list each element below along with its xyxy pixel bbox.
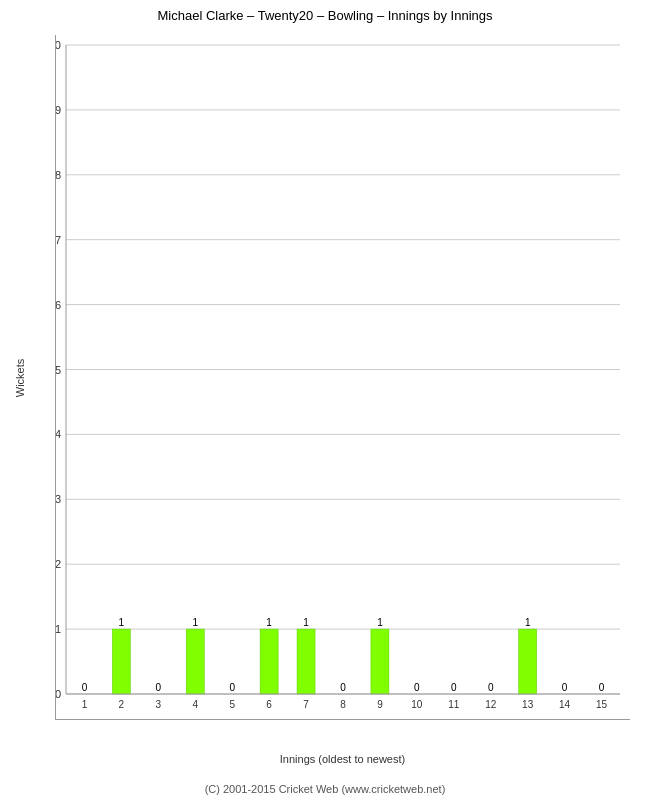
svg-text:1: 1 [192,617,198,628]
chart-title: Michael Clarke – Twenty20 – Bowling – In… [0,0,650,27]
svg-text:9: 9 [377,699,383,710]
svg-text:0: 0 [451,682,457,693]
x-axis-title: Innings (oldest to newest) [55,753,630,765]
svg-text:6: 6 [266,699,272,710]
svg-text:0: 0 [156,682,162,693]
y-axis-title: Wickets [10,35,30,720]
svg-text:0: 0 [340,682,346,693]
svg-text:5: 5 [229,699,235,710]
svg-rect-37 [297,629,315,694]
footer: (C) 2001-2015 Cricket Web (www.cricketwe… [0,783,650,795]
svg-text:7: 7 [303,699,309,710]
svg-text:0: 0 [414,682,420,693]
svg-text:4: 4 [192,699,198,710]
svg-text:8: 8 [340,699,346,710]
svg-text:1: 1 [56,623,61,635]
svg-rect-42 [371,629,389,694]
svg-text:0: 0 [56,688,61,700]
svg-text:10: 10 [411,699,423,710]
chart-area: 0123456789100112031405161708190100110121… [55,35,630,720]
svg-text:4: 4 [56,428,61,440]
svg-text:9: 9 [56,104,61,116]
svg-text:3: 3 [156,699,162,710]
svg-text:0: 0 [229,682,235,693]
svg-text:15: 15 [596,699,608,710]
chart-container: Michael Clarke – Twenty20 – Bowling – In… [0,0,650,800]
svg-text:1: 1 [266,617,272,628]
svg-text:5: 5 [56,364,61,376]
svg-text:8: 8 [56,169,61,181]
svg-text:1: 1 [525,617,531,628]
svg-rect-29 [186,629,204,694]
svg-text:3: 3 [56,493,61,505]
svg-text:0: 0 [82,682,88,693]
svg-text:7: 7 [56,234,61,246]
svg-text:1: 1 [119,617,125,628]
chart-svg: 0123456789100112031405161708190100110121… [56,35,630,719]
svg-text:0: 0 [488,682,494,693]
svg-text:2: 2 [56,558,61,570]
svg-text:13: 13 [522,699,534,710]
svg-rect-51 [519,629,537,694]
svg-text:1: 1 [82,699,88,710]
svg-rect-34 [260,629,278,694]
svg-text:0: 0 [599,682,605,693]
svg-text:10: 10 [56,39,61,51]
svg-text:12: 12 [485,699,497,710]
svg-text:0: 0 [562,682,568,693]
svg-rect-24 [112,629,130,694]
svg-text:1: 1 [377,617,383,628]
svg-text:11: 11 [448,699,460,710]
svg-text:6: 6 [56,299,61,311]
svg-text:1: 1 [303,617,309,628]
svg-text:14: 14 [559,699,571,710]
svg-text:2: 2 [119,699,125,710]
